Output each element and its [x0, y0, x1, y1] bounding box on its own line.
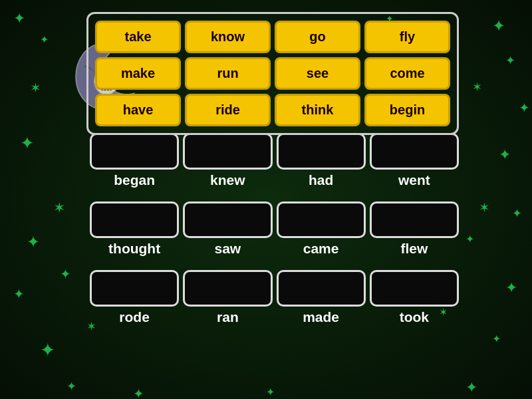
answer-box-knew[interactable] [183, 133, 272, 170]
star-decoration: ✶ [53, 200, 65, 217]
star-decoration: ✦ [40, 33, 49, 46]
answer-label-thought: thought [90, 241, 179, 257]
word-bank-item-come[interactable]: come [364, 57, 450, 90]
word-bank-item-think[interactable]: think [275, 94, 360, 126]
star-decoration: ✦ [13, 286, 25, 302]
star-decoration: ✦ [66, 379, 76, 394]
answer-label-rode: rode [90, 309, 179, 325]
word-bank-item-begin[interactable]: begin [364, 94, 450, 126]
answer-row-1: beganknewhadwent [90, 133, 459, 190]
word-bank-item-see[interactable]: see [275, 57, 360, 90]
answer-box-row-1 [90, 133, 459, 170]
answer-box-saw[interactable] [183, 201, 272, 238]
star-decoration: ✦ [133, 386, 144, 399]
word-bank-item-have[interactable]: have [95, 94, 181, 126]
answer-label-ran: ran [183, 309, 272, 325]
answer-label-went: went [370, 172, 459, 188]
star-decoration: ✦ [40, 339, 55, 361]
star-decoration: ✦ [466, 379, 477, 396]
answer-label-row-2: thoughtsawcameflew [90, 239, 459, 257]
answer-box-had[interactable] [277, 133, 366, 170]
answer-box-row-3 [90, 270, 459, 307]
answer-box-made[interactable] [277, 270, 366, 307]
star-decoration: ✦ [492, 332, 501, 345]
answer-label-row-1: beganknewhadwent [90, 171, 459, 188]
answer-label-flew: flew [370, 241, 459, 257]
answer-box-thought[interactable] [90, 201, 179, 238]
word-bank: takeknowgoflymakerunseecomehaveridethink… [86, 12, 459, 135]
answer-row-2: thoughtsawcameflew [90, 201, 459, 258]
star-decoration: ✶ [30, 80, 41, 96]
answer-box-row-2 [90, 201, 459, 238]
star-decoration: ✦ [20, 133, 35, 154]
star-decoration: ✦ [27, 233, 40, 251]
answer-row-3: roderanmadetook [90, 270, 459, 327]
word-bank-item-know[interactable]: know [185, 21, 271, 53]
answer-label-began: began [90, 172, 179, 188]
answer-box-began[interactable] [90, 133, 179, 170]
star-decoration: ✦ [519, 100, 530, 116]
answer-label-took: took [370, 309, 459, 325]
answer-box-took[interactable] [370, 270, 459, 307]
word-bank-item-run[interactable]: run [185, 57, 271, 90]
answer-label-came: came [277, 241, 366, 257]
star-decoration: ✶ [479, 200, 490, 215]
answer-label-saw: saw [183, 241, 272, 257]
answer-label-made: made [277, 309, 366, 325]
answer-box-rode[interactable] [90, 270, 179, 307]
word-bank-item-ride[interactable]: ride [185, 94, 271, 126]
star-decoration: ✦ [60, 266, 71, 282]
star-decoration: ✶ [472, 80, 482, 94]
star-decoration: ✦ [266, 386, 275, 398]
star-decoration: ✦ [505, 53, 515, 68]
answer-box-ran[interactable] [183, 270, 272, 307]
star-decoration: ✦ [492, 17, 505, 35]
answer-label-knew: knew [183, 172, 272, 188]
star-decoration: ✦ [512, 206, 522, 221]
word-bank-item-fly[interactable]: fly [364, 21, 450, 53]
star-decoration: ✦ [466, 233, 474, 245]
star-decoration: ✦ [499, 146, 511, 164]
word-bank-item-go[interactable]: go [275, 21, 360, 53]
answer-label-had: had [277, 172, 366, 188]
answer-label-row-3: roderanmadetook [90, 308, 459, 325]
answer-box-came[interactable] [277, 201, 366, 238]
answer-box-flew[interactable] [370, 201, 459, 238]
answer-box-went[interactable] [370, 133, 459, 170]
answer-section: beganknewhadwentthoughtsawcameflewrodera… [90, 133, 459, 338]
star-decoration: ✦ [13, 10, 25, 27]
word-bank-item-take[interactable]: take [95, 21, 181, 53]
word-bank-item-make[interactable]: make [95, 57, 181, 90]
star-decoration: ✦ [505, 279, 517, 297]
